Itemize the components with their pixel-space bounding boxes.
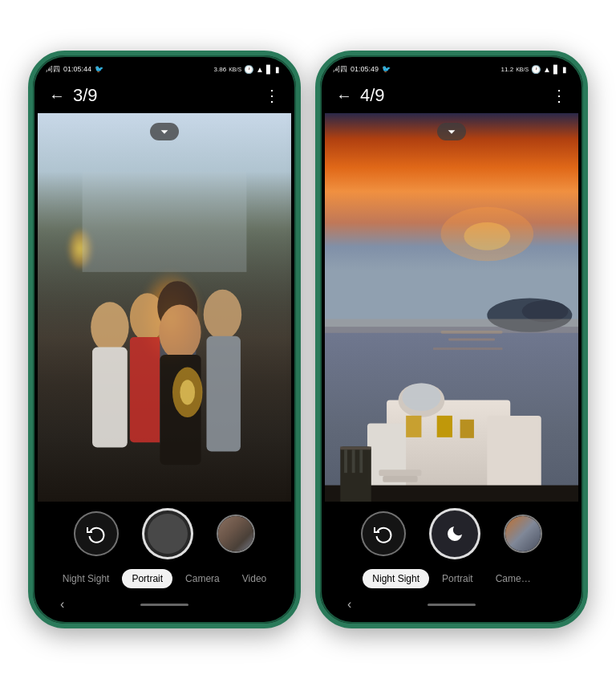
network-speed-left: 3.86 xyxy=(214,66,227,73)
wifi-icon-left: ▲ xyxy=(256,65,264,74)
svg-rect-36 xyxy=(340,446,371,449)
capture-button-left[interactable] xyxy=(142,508,193,559)
svg-rect-37 xyxy=(344,449,347,473)
gesture-bar-right: ‹ ‹ xyxy=(325,593,578,616)
svg-rect-38 xyxy=(352,449,355,473)
clock-icon-left: 🕐 xyxy=(244,65,253,74)
sunset-photo xyxy=(325,113,578,502)
svg-point-21 xyxy=(522,300,569,322)
status-time-left: 01:05:44 xyxy=(63,65,91,73)
status-bar-right: 周四 01:05:49 🐦 11.2 KB/S 🕐 ▲ ▋ ▮ xyxy=(325,60,578,78)
svg-point-9 xyxy=(204,289,241,339)
photo-counter-right: 4/9 xyxy=(360,85,551,106)
left-phone: 周四 01:05:44 🐦 3.86 KB/S 🕐 ▲ ▋ ▮ ← 3/9 ⋮ xyxy=(28,51,301,628)
svg-rect-4 xyxy=(130,337,164,442)
status-bar-left: 周四 01:05:44 🐦 3.86 KB/S 🕐 ▲ ▋ ▮ xyxy=(38,60,291,78)
phone-frame-left: 周四 01:05:44 🐦 3.86 KB/S 🕐 ▲ ▋ ▮ ← 3/9 ⋮ xyxy=(28,51,301,628)
people-illustration xyxy=(38,172,291,482)
more-button-right[interactable]: ⋮ xyxy=(551,86,567,105)
wifi-icon-right: ▲ xyxy=(543,65,551,74)
status-time-right: 01:05:49 xyxy=(351,65,379,73)
camera-controls-left xyxy=(38,508,291,559)
svg-rect-22 xyxy=(325,319,578,332)
back-button-right[interactable]: ← xyxy=(336,87,352,105)
nav-bar-left: ← 3/9 ⋮ xyxy=(38,78,291,113)
network-unit-left: KB/S xyxy=(229,67,241,72)
svg-rect-30 xyxy=(437,416,452,437)
svg-rect-29 xyxy=(406,416,421,437)
status-bar-right-left-info: 周四 01:05:49 🐦 xyxy=(333,64,391,75)
svg-point-7 xyxy=(159,304,201,360)
svg-rect-19 xyxy=(433,348,503,350)
svg-point-12 xyxy=(180,380,195,405)
moon-icon-right xyxy=(445,524,464,543)
svg-rect-18 xyxy=(448,339,495,341)
status-bird-icon: 🐦 xyxy=(95,65,103,73)
chevron-down-icon-right xyxy=(446,126,457,137)
mode-tab-camera-left[interactable]: Camera xyxy=(176,569,229,588)
thumbnail-button-left[interactable] xyxy=(217,514,255,553)
rotate-button-left[interactable] xyxy=(74,511,119,556)
status-bird-icon-right: 🐦 xyxy=(382,65,391,73)
phone-screen-right: 周四 01:05:49 🐦 11.2 KB/S 🕐 ▲ ▋ ▮ ← 4/9 ⋮ xyxy=(325,60,578,619)
capture-button-right[interactable] xyxy=(429,508,480,559)
more-button-left[interactable]: ⋮ xyxy=(264,86,280,105)
svg-rect-39 xyxy=(359,449,363,473)
signal-icon-left: ▋ xyxy=(266,65,273,74)
thumbnail-image-right xyxy=(505,516,541,551)
mode-tabs-right: Night Sight Portrait Came… xyxy=(325,566,578,593)
svg-rect-10 xyxy=(206,335,240,451)
mode-tab-night-sight-left[interactable]: Night Sight xyxy=(53,569,120,588)
svg-point-28 xyxy=(402,383,440,411)
network-speed-right: 11.2 xyxy=(501,66,514,73)
svg-rect-33 xyxy=(383,476,417,482)
status-day-right: 周四 xyxy=(333,64,347,75)
gesture-bar-left: ‹ ‹ xyxy=(38,593,291,616)
mode-tab-video-left[interactable]: Video xyxy=(233,569,276,588)
thumbnail-image-left xyxy=(218,516,253,551)
back-button-left[interactable]: ← xyxy=(49,87,65,105)
controls-area-right: Night Sight Portrait Came… ‹ ‹ xyxy=(325,502,578,619)
svg-rect-31 xyxy=(460,420,474,438)
dropdown-button-right[interactable] xyxy=(437,123,466,140)
battery-icon-right: ▮ xyxy=(562,65,567,74)
network-unit-right: KB/S xyxy=(516,67,529,72)
dropdown-button-left[interactable] xyxy=(150,123,179,140)
status-day-left: 周四 xyxy=(46,64,60,75)
svg-rect-32 xyxy=(379,470,421,476)
gesture-back-left[interactable]: ‹ xyxy=(60,597,64,612)
battery-icon-left: ▮ xyxy=(275,65,280,74)
svg-rect-2 xyxy=(92,347,128,447)
home-indicator-right xyxy=(428,604,476,606)
clock-icon-right: 🕐 xyxy=(531,65,541,74)
mode-tab-portrait-right[interactable]: Portrait xyxy=(432,569,483,588)
photo-area-right xyxy=(325,113,578,502)
photo-area-left xyxy=(38,113,291,502)
phone-screen-left: 周四 01:05:44 🐦 3.86 KB/S 🕐 ▲ ▋ ▮ ← 3/9 ⋮ xyxy=(38,60,291,619)
rotate-button-right[interactable] xyxy=(361,511,406,556)
sunset-illustration xyxy=(325,113,578,502)
thumbnail-button-right[interactable] xyxy=(504,514,542,553)
photo-counter-left: 3/9 xyxy=(73,85,264,106)
phone-frame-right: 周四 01:05:49 🐦 11.2 KB/S 🕐 ▲ ▋ ▮ ← 4/9 ⋮ xyxy=(315,51,588,628)
sparkler-photo xyxy=(38,113,291,502)
chevron-down-icon-left xyxy=(159,126,170,137)
status-bar-right-right-info: 11.2 KB/S 🕐 ▲ ▋ ▮ xyxy=(501,65,567,74)
camera-controls-right xyxy=(325,508,578,559)
mode-tab-night-sight-right[interactable]: Night Sight xyxy=(363,569,429,588)
status-bar-left-info: 周四 01:05:44 🐦 xyxy=(46,64,103,75)
right-phone: 周四 01:05:49 🐦 11.2 KB/S 🕐 ▲ ▋ ▮ ← 4/9 ⋮ xyxy=(315,51,588,628)
svg-point-15 xyxy=(464,222,510,250)
gesture-back-right[interactable]: ‹ xyxy=(347,597,351,612)
nav-bar-right: ← 4/9 ⋮ xyxy=(325,78,578,113)
capture-inner-left xyxy=(148,514,188,554)
rotate-icon-right xyxy=(374,524,393,543)
mode-tab-portrait-left[interactable]: Portrait xyxy=(122,569,172,588)
controls-area-left: Night Sight Portrait Camera Video ‹ xyxy=(38,502,291,619)
mode-tab-camera-right[interactable]: Came… xyxy=(486,569,541,588)
signal-icon-right: ▋ xyxy=(553,65,560,74)
svg-rect-0 xyxy=(83,172,247,272)
home-indicator-left xyxy=(140,604,188,606)
status-bar-right-info: 3.86 KB/S 🕐 ▲ ▋ ▮ xyxy=(214,65,280,74)
rotate-icon-left xyxy=(87,524,106,543)
